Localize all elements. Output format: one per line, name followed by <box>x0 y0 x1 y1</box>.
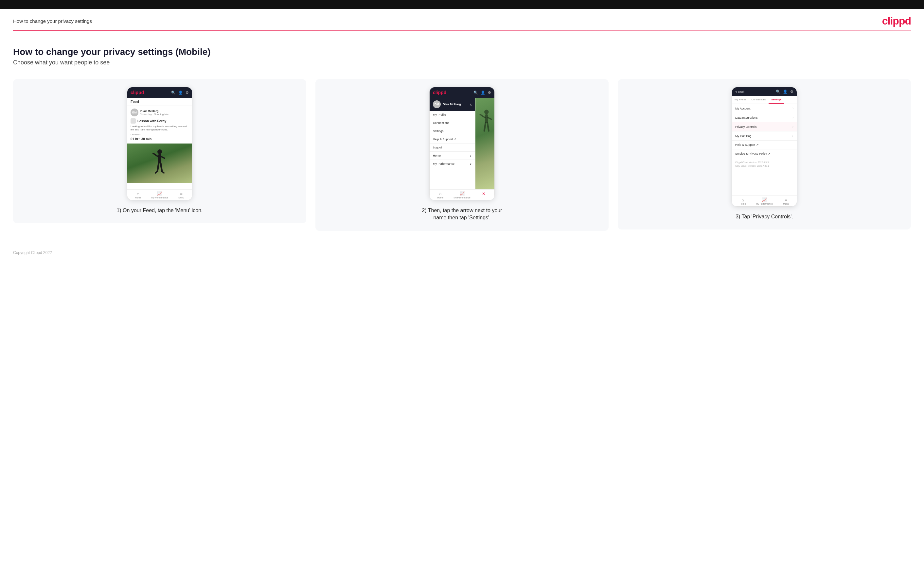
svg-point-0 <box>157 149 162 154</box>
performance-icon: 📈 <box>459 191 465 196</box>
step2-bottom-nav: ⌂ Home 📈 My Performance ✕ <box>430 189 494 200</box>
feed-post: BM Blair McHarg Yesterday · Sunningdale … <box>127 106 192 143</box>
step-3-card: < Back 🔍 👤 ⚙ My Profile Connections Sett… <box>618 79 911 229</box>
menu-overlay: BM Blair McHarg ∧ My Profile Connections… <box>430 98 475 189</box>
privacy-controls-label: Privacy Controls <box>735 125 757 129</box>
page-subheading: Choose what you want people to see <box>13 59 911 66</box>
step1-phone-logo: clippd <box>131 90 144 95</box>
svg-line-2 <box>153 153 158 156</box>
svg-line-7 <box>162 171 164 173</box>
golfer-silhouette <box>152 148 168 178</box>
back-button: < Back <box>735 90 745 93</box>
settings-item-my-account: My Account › <box>732 104 797 113</box>
lesson-desc: Looking to feel like my hands are exitin… <box>131 125 189 132</box>
settings-icon: ⚙ <box>186 90 189 95</box>
step2-bottom-performance: 📈 My Performance <box>451 191 473 199</box>
home-icon: ⌂ <box>741 197 744 202</box>
menu-performance-label: My Performance <box>433 162 454 165</box>
svg-line-6 <box>155 171 157 173</box>
version-info: Clippd Client Version: 2022.8.3-3 GQL Se… <box>732 158 797 170</box>
settings-tabs: My Profile Connections Settings <box>732 96 797 104</box>
step3-content: My Account › Data Integrations › Privacy… <box>732 104 797 195</box>
home-label: Home <box>740 203 746 205</box>
chevron-up-icon: ∧ <box>470 103 472 106</box>
performance-label: My Performance <box>454 197 470 199</box>
bottom-nav-performance: 📈 My Performance <box>149 191 170 199</box>
logo: clippd <box>882 15 911 27</box>
menu-home-label: Home <box>433 154 441 157</box>
svg-line-12 <box>484 123 486 131</box>
header: How to change your privacy settings clip… <box>0 9 924 31</box>
bottom-nav-menu: ≡ Menu <box>170 191 192 199</box>
menu-icon: ≡ <box>180 191 183 196</box>
step2-bottom-home: ⌂ Home <box>430 191 451 199</box>
profile-icon: 👤 <box>783 90 788 94</box>
step3-phone-icons: 🔍 👤 ⚙ <box>776 90 793 94</box>
post-date: Yesterday · Sunningdale <box>141 113 168 116</box>
version-line-1: Clippd Client Version: 2022.8.3-3 <box>735 161 793 164</box>
menu-item-help: Help & Support ↗ <box>430 135 475 143</box>
menu-label: Menu <box>178 197 184 199</box>
post-name: Blair McHarg <box>141 110 168 113</box>
avatar: BM <box>131 108 138 116</box>
my-account-label: My Account <box>735 107 751 110</box>
copyright: Copyright Clippd 2022 <box>13 250 52 255</box>
lesson-icon <box>131 118 136 124</box>
tab-connections: Connections <box>749 96 769 104</box>
golf-image <box>127 143 192 183</box>
chevron-down-icon-2: ∨ <box>470 162 472 165</box>
step2-bottom-close: ✕ <box>473 191 494 199</box>
lesson-header: Lesson with Fordy <box>131 118 189 124</box>
performance-icon: 📈 <box>762 197 767 202</box>
performance-label: My Performance <box>151 197 168 199</box>
step2-phone-icons: 🔍 👤 ⚙ <box>473 90 491 95</box>
step-3-caption: 3) Tap 'Privacy Controls'. <box>735 213 793 220</box>
step-1-card: clippd 🔍 👤 ⚙ Feed BM Blair McHarg <box>13 79 306 223</box>
menu-icon: ≡ <box>785 197 787 202</box>
menu-user-header: BM Blair McHarg ∧ <box>430 98 475 111</box>
menu-item-settings: Settings <box>430 127 475 135</box>
steps-container: clippd 🔍 👤 ⚙ Feed BM Blair McHarg <box>13 79 911 231</box>
step3-bottom-menu: ≡ Menu <box>775 197 797 205</box>
post-meta: Blair McHarg Yesterday · Sunningdale <box>141 110 168 116</box>
bottom-nav-home: ⌂ Home <box>127 191 149 199</box>
step3-bottom-home: ⌂ Home <box>732 197 754 205</box>
profile-icon: 👤 <box>481 90 485 95</box>
svg-line-4 <box>157 163 159 171</box>
menu-item-logout: Logout <box>430 143 475 152</box>
chevron-right-icon: › <box>793 134 793 138</box>
settings-item-my-golf-bag: My Golf Bag › <box>732 131 797 140</box>
home-icon: ⌂ <box>439 191 442 196</box>
step1-content: Feed BM Blair McHarg Yesterday · Sunning… <box>127 98 192 189</box>
my-golf-bag-label: My Golf Bag <box>735 134 751 138</box>
background-golfer <box>475 98 494 189</box>
performance-label: My Performance <box>756 203 772 205</box>
service-privacy-label: Service & Privacy Policy ↗ <box>735 152 771 155</box>
duration-label: Duration <box>131 133 189 136</box>
tab-my-profile: My Profile <box>732 96 749 104</box>
step2-navbar: clippd 🔍 👤 ⚙ <box>430 87 494 98</box>
svg-line-3 <box>161 156 165 158</box>
lesson-title: Lesson with Fordy <box>137 119 166 123</box>
main-content: How to change your privacy settings (Mob… <box>0 31 924 244</box>
home-label: Home <box>135 197 141 199</box>
footer: Copyright Clippd 2022 <box>0 244 924 261</box>
step-1-phone: clippd 🔍 👤 ⚙ Feed BM Blair McHarg <box>127 87 192 200</box>
step3-navbar: < Back 🔍 👤 ⚙ <box>732 87 797 96</box>
feed-post-header: BM Blair McHarg Yesterday · Sunningdale <box>131 108 189 116</box>
search-icon: 🔍 <box>473 90 478 95</box>
chevron-right-icon: › <box>793 116 793 119</box>
step3-bottom-nav: ⌂ Home 📈 My Performance ≡ Menu <box>732 195 797 206</box>
home-icon: ⌂ <box>137 191 139 196</box>
menu-item-connections: Connections <box>430 119 475 127</box>
help-support-label: Help & Support ↗ <box>735 143 759 147</box>
tab-settings: Settings <box>769 96 784 104</box>
settings-item-service-privacy: Service & Privacy Policy ↗ <box>732 149 797 158</box>
step-2-caption: 2) Then, tap the arrow next to your name… <box>416 207 508 222</box>
menu-section-performance: My Performance ∨ <box>430 160 475 168</box>
menu-user-name: Blair McHarg <box>443 103 461 106</box>
duration-value: 01 hr : 30 min <box>131 137 189 141</box>
chevron-down-icon: ∨ <box>470 154 472 157</box>
step1-bottom-nav: ⌂ Home 📈 My Performance ≡ Menu <box>127 189 192 200</box>
svg-rect-1 <box>158 154 161 163</box>
